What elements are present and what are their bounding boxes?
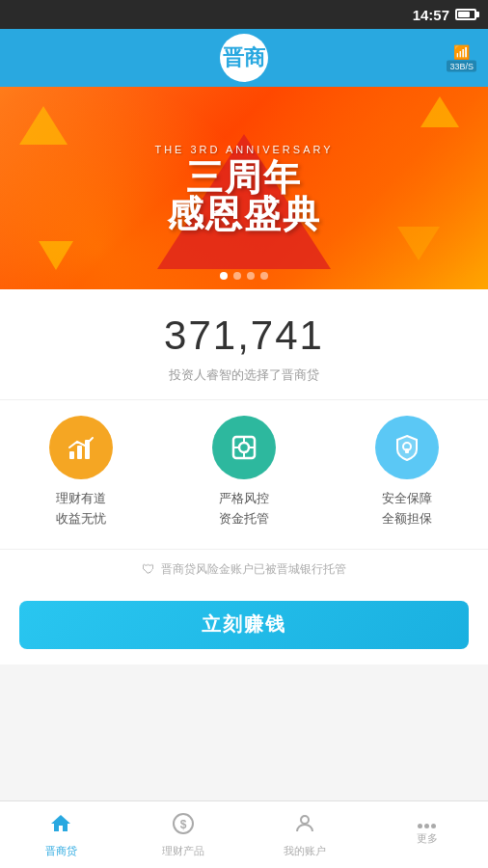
- earn-money-button[interactable]: 立刻赚钱: [19, 601, 469, 649]
- feature-text-3: 安全保障 全额担保: [382, 489, 432, 529]
- trust-text: 晋商贷风险金账户已被晋城银行托管: [161, 561, 346, 578]
- feature-icon-security: [375, 416, 439, 479]
- battery-icon: [455, 9, 476, 20]
- trust-line: 🛡 晋商贷风险金账户已被晋城银行托管: [0, 549, 488, 589]
- nav-item-finance[interactable]: $ 理财产品: [122, 801, 245, 868]
- svg-rect-1: [77, 446, 82, 459]
- wifi-icon: 📶: [453, 44, 470, 60]
- feature-icon-finance: [49, 416, 113, 479]
- feature-item-2: 严格风控 资金托管: [164, 416, 325, 529]
- feature-item-1: 理财有道 收益无忧: [1, 416, 162, 529]
- stats-section: 371,741 投资人睿智的选择了晋商贷: [0, 289, 488, 399]
- svg-text:$: $: [179, 818, 186, 831]
- svg-point-13: [301, 816, 309, 824]
- banner-title-line1: 三周年: [186, 159, 302, 196]
- banner-dot-1[interactable]: [220, 272, 228, 280]
- more-icon: [418, 824, 436, 828]
- feature-item-3: 安全保障 全额担保: [326, 416, 487, 529]
- banner-subtitle: THE 3RD ANNIVERSARY: [154, 144, 333, 155]
- features-section: 理财有道 收益无忧 严格风控 资金托管: [0, 399, 488, 549]
- app-logo: 晋商: [220, 34, 268, 82]
- bottom-navigation: 晋商贷 $ 理财产品 我的账户 更多: [0, 800, 488, 868]
- svg-point-4: [239, 443, 249, 452]
- nav-label-account: 我的账户: [284, 844, 326, 858]
- nav-item-more[interactable]: 更多: [366, 801, 489, 868]
- feature-text-2: 严格风控 资金托管: [219, 489, 269, 529]
- network-speed: 33B/S: [447, 61, 476, 72]
- wifi-indicator: 📶 33B/S: [447, 44, 476, 72]
- finance-icon: $: [172, 812, 195, 841]
- nav-label-more: 更多: [417, 831, 438, 846]
- nav-item-home[interactable]: 晋商贷: [0, 801, 122, 868]
- app-header: 晋商 📶 33B/S: [0, 29, 488, 87]
- feature-icon-control: [212, 416, 276, 479]
- shield-trust-icon: 🛡: [142, 561, 155, 577]
- banner-dot-2[interactable]: [233, 272, 241, 280]
- banner-content: THE 3RD ANNIVERSARY 三周年 感恩盛典: [0, 87, 488, 289]
- banner-dot-3[interactable]: [247, 272, 255, 280]
- stats-description: 投资人睿智的选择了晋商贷: [19, 366, 469, 384]
- status-bar: 14:57: [0, 0, 488, 29]
- banner-dot-4[interactable]: [260, 272, 268, 280]
- status-time: 14:57: [413, 7, 449, 23]
- nav-label-home: 晋商贷: [45, 844, 77, 858]
- account-icon: [293, 812, 316, 841]
- svg-rect-10: [405, 448, 409, 453]
- investor-count: 371,741: [19, 312, 469, 359]
- nav-label-finance: 理财产品: [162, 844, 204, 858]
- nav-item-account[interactable]: 我的账户: [244, 801, 366, 868]
- banner-title-line2: 感恩盛典: [167, 196, 321, 232]
- logo-text: 晋商: [223, 43, 265, 72]
- promotion-banner[interactable]: THE 3RD ANNIVERSARY 三周年 感恩盛典: [0, 87, 488, 289]
- home-icon: [49, 812, 72, 841]
- feature-text-1: 理财有道 收益无忧: [56, 489, 106, 529]
- banner-dots: [220, 272, 268, 280]
- cta-section: 立刻赚钱: [0, 589, 488, 665]
- svg-rect-0: [69, 451, 74, 459]
